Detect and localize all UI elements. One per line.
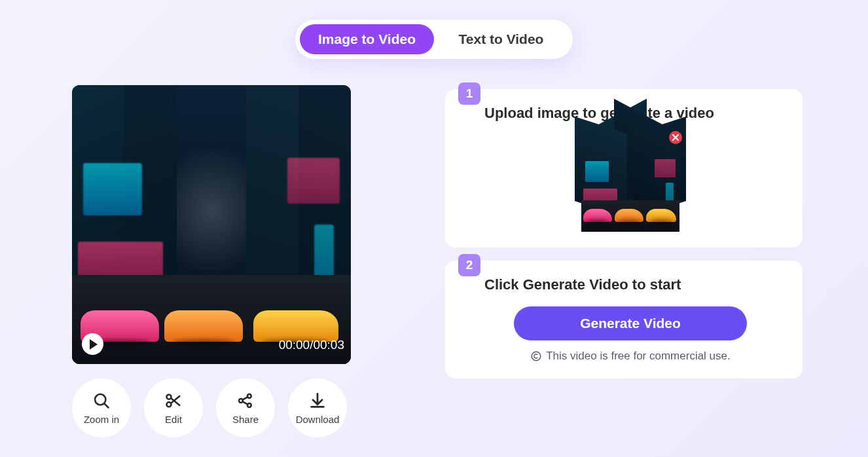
scissors-icon (164, 392, 183, 410)
download-button[interactable]: Download (288, 378, 347, 437)
thumbnail-scene-image (581, 134, 679, 232)
svg-line-1 (105, 404, 108, 407)
svg-point-0 (95, 394, 105, 405)
uploaded-image-thumbnail[interactable] (581, 134, 679, 232)
svg-point-15 (532, 352, 541, 361)
step-1-badge: 1 (458, 82, 480, 105)
share-label: Share (232, 414, 259, 425)
tab-text-to-video[interactable]: Text to Video (434, 24, 568, 54)
edit-button[interactable]: Edit (144, 378, 203, 437)
download-label: Download (296, 414, 340, 425)
generate-video-button[interactable]: Generate Video (514, 306, 747, 340)
remove-image-button[interactable] (669, 131, 682, 144)
share-icon (236, 392, 255, 410)
edit-label: Edit (165, 414, 182, 425)
close-icon (672, 134, 679, 141)
license-text: This video is free for commercial use. (546, 350, 731, 363)
copyright-icon (530, 350, 542, 362)
tab-image-to-video[interactable]: Image to Video (300, 24, 434, 54)
share-button[interactable]: Share (216, 378, 275, 437)
play-icon (90, 339, 98, 350)
license-note: This video is free for commercial use. (484, 350, 776, 363)
step-1-card: 1 Upload image to generate a video (445, 89, 803, 247)
download-icon (308, 392, 327, 410)
video-timestamp: 00:00/00:03 (279, 338, 344, 352)
svg-line-10 (243, 401, 248, 404)
step-2-badge: 2 (458, 254, 480, 276)
svg-line-9 (243, 397, 248, 399)
step-2-title: Click Generate Video to start (484, 276, 776, 293)
play-button[interactable] (82, 333, 103, 355)
video-preview[interactable]: 00:00/00:03 (72, 85, 351, 364)
zoom-in-label: Zoom in (84, 414, 119, 425)
mode-tab-switcher: Image to Video Text to Video (295, 20, 573, 59)
step-2-card: 2 Click Generate Video to start Generate… (445, 261, 803, 378)
zoom-in-button[interactable]: Zoom in (72, 378, 131, 437)
preview-scene-image (72, 85, 351, 364)
zoom-in-icon (92, 392, 111, 410)
